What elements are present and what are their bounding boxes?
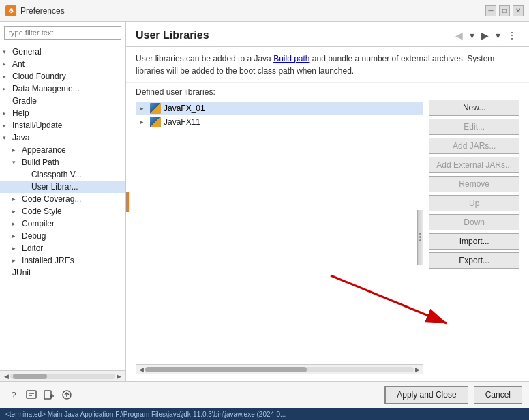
export-button[interactable]: Export... <box>429 252 519 269</box>
new-button[interactable]: New... <box>429 100 519 116</box>
tree-arrow-ant: ▸ <box>3 61 12 68</box>
library-list-container: ▸JavaFX_01▸JavaFX11 ◀ ▶ <box>136 100 423 374</box>
up-button[interactable]: Up <box>429 195 519 211</box>
status-text: <terminated> Main Java Application F:\Pr… <box>5 410 286 418</box>
help-icon[interactable]: ? <box>7 388 20 402</box>
edit-button[interactable]: Edit... <box>429 119 519 135</box>
maximize-button[interactable]: □ <box>499 5 510 16</box>
sidebar-item-install-update[interactable]: ▸Install/Update <box>0 119 125 132</box>
sidebar-item-build-path[interactable]: ▾Build Path <box>0 156 125 168</box>
tree-arrow-build-path: ▾ <box>12 159 22 166</box>
sidebar-item-label-junit: JUnit <box>12 268 31 278</box>
lib-label-javafx11: JavaFX11 <box>164 117 200 127</box>
minimize-button[interactable]: ─ <box>485 5 496 16</box>
hscroll-track[interactable] <box>10 374 115 379</box>
sidebar-item-label-install-update: Install/Update <box>12 121 62 130</box>
sidebar-item-label-code-style: Code Style <box>22 207 62 216</box>
sidebar-item-editor[interactable]: ▸Editor <box>0 242 125 254</box>
lib-item-javafx-01[interactable]: ▸JavaFX_01 <box>136 102 423 115</box>
lib-icon-javafx11 <box>150 117 161 127</box>
apply-close-button[interactable]: Apply and Close <box>384 386 468 404</box>
back-dropdown-button[interactable]: ▾ <box>467 29 477 42</box>
sidebar-item-label-cloud-foundry: Cloud Foundry <box>12 72 66 81</box>
add-external-jars-button[interactable]: Add External JARs... <box>429 157 519 173</box>
restore-defaults-icon[interactable] <box>25 388 38 402</box>
filter-input[interactable] <box>4 26 121 40</box>
svg-rect-3 <box>44 391 51 399</box>
scroll-right-arrow[interactable]: ▶ <box>115 373 123 380</box>
forward-button[interactable]: ▶ <box>479 29 492 42</box>
sidebar-item-code-style[interactable]: ▸Code Style <box>0 205 125 217</box>
panel-header: User Libraries ◀ ▾ ▶ ▾ ⋮ <box>126 22 529 47</box>
sidebar-item-label-general: General <box>12 47 42 57</box>
sidebar-item-code-coverage[interactable]: ▸Code Coverag... <box>0 193 125 205</box>
sidebar-item-label-build-path: Build Path <box>22 158 59 167</box>
sidebar-hscroll[interactable]: ◀ ▶ <box>0 370 125 381</box>
description-text: User libraries can be added to a Java <box>136 54 273 63</box>
sidebar-item-cloud-foundry[interactable]: ▸Cloud Foundry <box>0 70 125 82</box>
down-button[interactable]: Down <box>429 214 519 230</box>
main-content: ▾General▸Ant▸Cloud Foundry▸Data Manageme… <box>0 22 529 381</box>
sidebar-item-label-debug: Debug <box>22 231 46 241</box>
forward-dropdown-button[interactable]: ▾ <box>493 29 503 42</box>
right-edge-indicator <box>417 210 423 265</box>
export-preferences-icon[interactable] <box>60 388 74 402</box>
close-button[interactable]: ✕ <box>513 5 524 16</box>
sidebar-item-help[interactable]: ▸Help <box>0 107 125 119</box>
tree-arrow-compiler: ▸ <box>12 220 22 227</box>
sidebar-item-java[interactable]: ▾Java <box>0 132 125 144</box>
lib-arrow-javafx11: ▸ <box>140 119 150 125</box>
window-controls: ─ □ ✕ <box>485 5 524 16</box>
sidebar-item-label-ant: Ant <box>12 59 25 69</box>
tree-arrow-data-management: ▸ <box>3 85 12 92</box>
sidebar-item-installed-jres[interactable]: ▸Installed JREs <box>0 254 125 267</box>
sidebar-filter-area <box>0 22 125 44</box>
tree-arrow-cloud-foundry: ▸ <box>3 73 12 80</box>
sidebar-tree: ▾General▸Ant▸Cloud Foundry▸Data Manageme… <box>0 44 125 370</box>
list-scroll-left[interactable]: ◀ <box>138 366 145 373</box>
tree-arrow-code-coverage: ▸ <box>12 196 22 202</box>
build-path-link[interactable]: Build path <box>273 54 309 63</box>
sidebar-item-data-management[interactable]: ▸Data Manageme... <box>0 82 125 95</box>
add-jars-button[interactable]: Add JARs... <box>429 138 519 154</box>
panel-title: User Libraries <box>136 29 209 42</box>
tree-arrow-install-update: ▸ <box>3 122 12 129</box>
sidebar-item-label-data-management: Data Manageme... <box>12 84 80 93</box>
sidebar-item-user-libraries[interactable]: User Librar... <box>0 181 125 193</box>
list-hscroll[interactable]: ◀ ▶ <box>136 364 423 374</box>
remove-button[interactable]: Remove <box>429 176 519 192</box>
sidebar-item-gradle[interactable]: Gradle <box>0 95 125 107</box>
menu-button[interactable]: ⋮ <box>504 29 519 42</box>
sidebar-item-general[interactable]: ▾General <box>0 46 125 58</box>
svg-rect-2 <box>27 391 36 398</box>
panel-description: User libraries can be added to a Java Bu… <box>126 47 529 83</box>
tree-arrow-editor: ▸ <box>12 245 22 252</box>
sidebar-item-compiler[interactable]: ▸Compiler <box>0 217 125 230</box>
import-preferences-icon[interactable] <box>42 388 56 402</box>
sidebar-item-junit[interactable]: JUnit <box>0 267 125 279</box>
sidebar-item-label-editor: Editor <box>22 243 43 253</box>
cancel-button[interactable]: Cancel <box>474 386 522 404</box>
scroll-left-arrow[interactable]: ◀ <box>3 373 10 380</box>
sidebar-item-label-code-coverage: Code Coverag... <box>22 194 81 204</box>
sidebar-item-appearance[interactable]: ▸Appearance <box>0 144 125 156</box>
bottom-bar: ? Apply and Close Cancel <box>0 381 529 408</box>
lib-arrow-javafx-01: ▸ <box>140 105 150 112</box>
sidebar-item-debug[interactable]: ▸Debug <box>0 230 125 242</box>
tree-arrow-help: ▸ <box>3 110 12 117</box>
library-list[interactable]: ▸JavaFX_01▸JavaFX11 <box>136 100 423 364</box>
libraries-area: ▸JavaFX_01▸JavaFX11 ◀ ▶ New. <box>126 100 529 381</box>
lib-item-javafx11[interactable]: ▸JavaFX11 <box>136 115 423 129</box>
sidebar-item-ant[interactable]: ▸Ant <box>0 58 125 70</box>
lib-label-javafx-01: JavaFX_01 <box>164 104 205 113</box>
defined-libraries-label: Defined user libraries: <box>126 83 529 100</box>
list-hscroll-thumb <box>145 367 307 372</box>
right-panel: User Libraries ◀ ▾ ▶ ▾ ⋮ User libraries … <box>126 22 529 381</box>
import-button[interactable]: Import... <box>429 233 519 250</box>
sidebar-item-label-user-libraries: User Librar... <box>31 182 78 192</box>
list-scroll-right[interactable]: ▶ <box>414 366 421 373</box>
sidebar-item-classpath-v[interactable]: Classpath V... <box>0 168 125 181</box>
back-button[interactable]: ◀ <box>453 29 466 42</box>
list-hscroll-track[interactable] <box>145 367 414 372</box>
tree-arrow-code-style: ▸ <box>12 208 22 215</box>
